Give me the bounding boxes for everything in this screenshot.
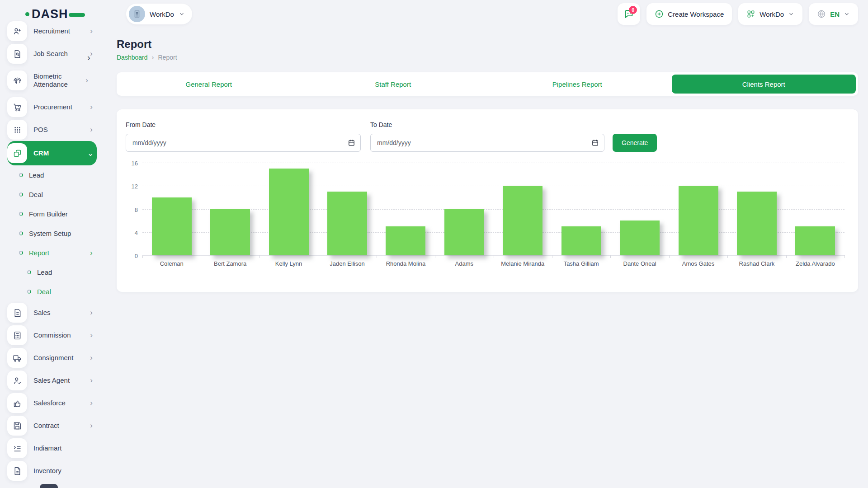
- create-workspace-button[interactable]: Create Workspace: [646, 3, 732, 25]
- x-axis-tick: [142, 255, 143, 258]
- bullet-icon: [19, 251, 23, 255]
- bar-rhonda-molina[interactable]: [386, 226, 425, 255]
- commission-icon: [7, 325, 27, 345]
- report-tabs: General ReportStaff ReportPipelines Repo…: [117, 72, 858, 96]
- bar-slot: [669, 186, 727, 255]
- chevron-right-icon: ›: [88, 353, 95, 362]
- x-axis-tick: [318, 255, 318, 258]
- bar-dante-oneal[interactable]: [620, 221, 660, 255]
- sidebar-subitem-label: System Setup: [29, 230, 95, 237]
- y-tick-label: 8: [124, 206, 138, 213]
- sidebar-subitem-label: Report: [29, 249, 82, 257]
- from-date-input[interactable]: [126, 134, 361, 152]
- sidebar-item-contract[interactable]: Contract›: [7, 414, 98, 437]
- inventory-icon: [7, 461, 27, 481]
- chevron-right-icon: ›: [88, 27, 95, 36]
- x-category-label: Tasha Gilliam: [552, 260, 610, 267]
- tab-general-report[interactable]: General Report: [117, 72, 301, 96]
- scrollbar-thumb[interactable]: [40, 484, 58, 488]
- workspace-menu-label: WorkDo: [760, 10, 784, 18]
- app-logo[interactable]: DASH: [10, 7, 107, 21]
- sidebar-item-job-search[interactable]: Job Search›: [7, 42, 98, 65]
- sidebar-collapse-toggle[interactable]: ›: [87, 52, 90, 63]
- chevron-right-icon: ›: [88, 421, 95, 430]
- tab-staff-report[interactable]: Staff Report: [301, 72, 486, 96]
- x-category-label: Amos Gates: [669, 260, 727, 267]
- to-date-label: To Date: [370, 121, 392, 128]
- chevron-down-icon: [179, 11, 185, 17]
- sidebar-subitem-label: Lead: [37, 268, 95, 276]
- chevron-right-icon: ›: [88, 399, 95, 408]
- chevron-down-icon: ⌄: [87, 149, 94, 158]
- sidebar-item-procurement[interactable]: Procurement›: [7, 96, 98, 118]
- tab-clients-report[interactable]: Clients Report: [672, 75, 856, 94]
- to-date-input[interactable]: [370, 134, 604, 152]
- plus-circle-icon: [655, 9, 664, 19]
- bar-jaden-ellison[interactable]: [327, 192, 367, 255]
- language-label: EN: [830, 10, 840, 18]
- bar-rashad-clark[interactable]: [737, 192, 777, 255]
- breadcrumb-current: Report: [158, 54, 177, 61]
- x-category-label: Zelda Alvarado: [786, 260, 844, 267]
- sidebar-item-consignment[interactable]: Consignment›: [7, 347, 98, 369]
- sidebar-item-label: Sales Agent: [33, 376, 81, 385]
- bar-zelda-alvarado[interactable]: [795, 226, 835, 255]
- sidebar-item-recruitment[interactable]: Recruitment›: [7, 20, 98, 42]
- sidebar-subitem-deal[interactable]: Deal: [7, 282, 98, 301]
- bullet-icon: [19, 231, 23, 235]
- sidebar-subitem-lead[interactable]: Lead: [7, 165, 98, 185]
- bar-amos-gates[interactable]: [679, 186, 718, 255]
- job-search-icon: [7, 44, 27, 64]
- bar-bert-zamora[interactable]: [210, 209, 250, 256]
- grid-plus-icon: [746, 9, 755, 19]
- sidebar-subitem-system-setup[interactable]: System Setup: [7, 224, 98, 243]
- sidebar-subitem-deal[interactable]: Deal: [7, 185, 98, 204]
- sidebar-item-indiamart[interactable]: Indiamart: [7, 437, 98, 460]
- sidebar-item-label: Job Search: [33, 50, 81, 58]
- bars-container: [142, 163, 844, 255]
- bar-tasha-gilliam[interactable]: [561, 226, 601, 255]
- chevron-right-icon: ›: [88, 331, 95, 340]
- sidebar-item-sales[interactable]: Sales›: [7, 301, 98, 324]
- breadcrumb-dashboard-link[interactable]: Dashboard: [117, 54, 148, 61]
- sidebar-item-inventory[interactable]: Inventory: [7, 460, 98, 482]
- bar-adams[interactable]: [444, 209, 484, 256]
- language-selector[interactable]: EN: [809, 3, 858, 25]
- sidebar-item-commission[interactable]: Commission›: [7, 324, 98, 347]
- logo-dot: [25, 12, 29, 16]
- sidebar-item-sales-agent[interactable]: Sales Agent›: [7, 369, 98, 392]
- x-axis-tick: [610, 255, 611, 258]
- sidebar-subitem-label: Deal: [37, 288, 95, 296]
- sidebar-item-salesforce[interactable]: Salesforce›: [7, 392, 98, 414]
- messages-button[interactable]: 0: [618, 3, 640, 25]
- clients-bar-chart: 0481216 ColemanBert ZamoraKelly LynnJade…: [142, 163, 844, 280]
- chevron-right-icon: ›: [88, 125, 95, 134]
- indiamart-icon: [7, 438, 27, 458]
- x-category-label: Jaden Ellison: [318, 260, 376, 267]
- workspace-menu-button[interactable]: WorkDo: [738, 3, 802, 25]
- sidebar-item-label: Indiamart: [33, 444, 95, 452]
- biometric-attendance-icon: [7, 70, 27, 90]
- workspace-selector[interactable]: WorkDo: [126, 4, 192, 24]
- generate-button[interactable]: Generate: [613, 134, 657, 152]
- notification-badge: 0: [629, 6, 637, 14]
- sidebar-item-biometric-attendance[interactable]: Biometric Attendance›: [7, 65, 98, 96]
- bar-kelly-lynn[interactable]: [269, 169, 309, 255]
- sidebar-item-label: POS: [33, 126, 81, 134]
- bar-coleman[interactable]: [152, 197, 192, 255]
- sidebar-subitem-form-builder[interactable]: Form Builder: [7, 204, 98, 224]
- header-actions: 0 Create Workspace WorkDo EN: [618, 3, 858, 25]
- tab-pipelines-report[interactable]: Pipelines Report: [485, 72, 670, 96]
- sidebar-nav: Recruitment›Job Search›Biometric Attenda…: [0, 20, 98, 488]
- x-axis-tick: [201, 255, 201, 258]
- sidebar-subitem-lead[interactable]: Lead: [7, 263, 98, 282]
- x-axis-tick: [259, 255, 260, 258]
- bar-slot: [786, 226, 844, 255]
- sidebar-item-pos[interactable]: POS›: [7, 118, 98, 141]
- bar-melanie-miranda[interactable]: [503, 186, 542, 255]
- sales-agent-icon: [7, 371, 27, 390]
- sidebar-subitem-report[interactable]: Report›: [7, 243, 98, 263]
- chevron-right-icon: ›: [83, 76, 90, 85]
- bar-slot: [435, 209, 493, 256]
- sidebar-item-crm[interactable]: CRM⌄: [7, 141, 97, 165]
